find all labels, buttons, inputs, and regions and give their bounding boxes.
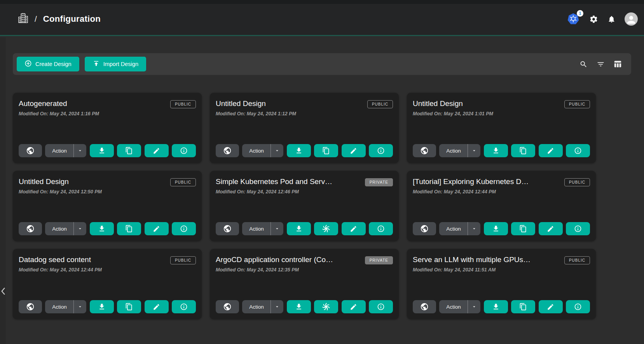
download-button[interactable]	[90, 144, 114, 157]
publish-globe-button[interactable]	[216, 222, 239, 235]
app-header: / Configuration 1	[0, 0, 644, 36]
clone-icon	[519, 147, 527, 155]
action-menu-button[interactable]: Action	[439, 144, 480, 157]
publish-globe-button[interactable]	[19, 222, 42, 235]
download-icon	[295, 225, 303, 233]
chevron-down-icon[interactable]	[468, 222, 480, 235]
edit-button[interactable]	[539, 144, 563, 157]
action-menu-button[interactable]: Action	[45, 300, 86, 313]
modified-date: Modified On: May 24, 2024 12:46 PM	[216, 189, 393, 195]
action-button-label[interactable]: Action	[45, 300, 73, 313]
sidebar-collapse-toggle[interactable]	[0, 286, 7, 296]
modified-date: Modified On: May 24, 2024 12:35 PM	[216, 267, 393, 273]
action-button-label[interactable]: Action	[439, 222, 468, 235]
publish-globe-button[interactable]	[216, 144, 239, 157]
action-menu-button[interactable]: Action	[439, 300, 480, 313]
download-icon	[295, 303, 303, 311]
card-action-row: Action	[19, 300, 196, 313]
user-avatar[interactable]	[625, 12, 638, 26]
header-actions: 1	[567, 0, 638, 35]
globe-icon	[26, 224, 35, 233]
edit-button[interactable]	[342, 222, 366, 235]
chevron-down-icon[interactable]	[73, 144, 86, 157]
filter-icon[interactable]	[596, 60, 605, 68]
download-button[interactable]	[287, 300, 311, 313]
action-menu-button[interactable]: Action	[45, 222, 86, 235]
action-menu-button[interactable]: Action	[242, 144, 283, 157]
chevron-down-icon[interactable]	[468, 300, 480, 313]
action-button-label[interactable]: Action	[45, 144, 73, 157]
download-button[interactable]	[287, 222, 311, 235]
edit-button[interactable]	[539, 222, 563, 235]
building-icon[interactable]	[18, 12, 28, 26]
publish-globe-button[interactable]	[216, 300, 239, 313]
gear-icon[interactable]	[589, 14, 598, 24]
info-icon	[377, 225, 385, 233]
import-design-button[interactable]: Import Design	[85, 57, 146, 71]
edit-button[interactable]	[342, 144, 366, 157]
action-menu-button[interactable]: Action	[45, 144, 86, 157]
search-icon[interactable]	[579, 60, 588, 68]
chevron-down-icon[interactable]	[271, 222, 283, 235]
publish-globe-button[interactable]	[19, 144, 42, 157]
clone-button[interactable]	[511, 144, 535, 157]
info-button[interactable]	[369, 222, 393, 235]
download-icon	[492, 225, 500, 233]
clone-button[interactable]	[511, 300, 535, 313]
info-button[interactable]	[369, 144, 393, 157]
action-button-label[interactable]: Action	[439, 144, 468, 157]
edit-button[interactable]	[145, 144, 169, 157]
action-menu-button[interactable]: Action	[242, 300, 283, 313]
info-button[interactable]	[566, 300, 590, 313]
deploy-pinwheel-button[interactable]	[314, 300, 338, 313]
clone-button[interactable]	[117, 144, 141, 157]
info-button[interactable]	[172, 222, 196, 235]
create-design-button[interactable]: Create Design	[17, 57, 79, 71]
clone-button[interactable]	[314, 144, 338, 157]
download-button[interactable]	[90, 222, 114, 235]
clone-button[interactable]	[511, 222, 535, 235]
download-button[interactable]	[484, 300, 508, 313]
download-button[interactable]	[287, 144, 311, 157]
chevron-down-icon[interactable]	[468, 144, 480, 157]
info-button[interactable]	[369, 300, 393, 313]
info-button[interactable]	[566, 144, 590, 157]
download-button[interactable]	[484, 144, 508, 157]
publish-globe-button[interactable]	[413, 222, 436, 235]
action-button-label[interactable]: Action	[439, 300, 468, 313]
edit-button[interactable]	[145, 300, 169, 313]
action-button-label[interactable]: Action	[45, 222, 73, 235]
kubernetes-context-button[interactable]: 1	[567, 13, 580, 25]
edit-button[interactable]	[342, 300, 366, 313]
info-button[interactable]	[172, 144, 196, 157]
bell-icon[interactable]	[607, 14, 616, 24]
action-menu-button[interactable]: Action	[439, 222, 480, 235]
chevron-down-icon[interactable]	[73, 300, 86, 313]
chevron-down-icon[interactable]	[73, 222, 86, 235]
deploy-pinwheel-button[interactable]	[314, 222, 338, 235]
action-menu-button[interactable]: Action	[242, 222, 283, 235]
info-button[interactable]	[566, 222, 590, 235]
info-button[interactable]	[172, 300, 196, 313]
download-button[interactable]	[90, 300, 114, 313]
publish-globe-button[interactable]	[413, 144, 436, 157]
download-button[interactable]	[484, 222, 508, 235]
pencil-icon	[153, 147, 160, 155]
card-action-row: Action	[216, 300, 393, 313]
action-button-label[interactable]: Action	[242, 144, 271, 157]
chevron-down-icon[interactable]	[271, 144, 283, 157]
publish-globe-button[interactable]	[413, 300, 436, 313]
action-button-label[interactable]: Action	[242, 222, 271, 235]
edit-button[interactable]	[145, 222, 169, 235]
table-view-icon[interactable]	[613, 60, 622, 68]
chevron-left-icon	[0, 287, 6, 295]
download-icon	[492, 147, 500, 155]
pencil-icon	[547, 225, 554, 233]
edit-button[interactable]	[539, 300, 563, 313]
action-button-label[interactable]: Action	[242, 300, 271, 313]
clone-button[interactable]	[117, 222, 141, 235]
chevron-down-icon[interactable]	[271, 300, 283, 313]
pencil-icon	[547, 147, 554, 155]
clone-button[interactable]	[117, 300, 141, 313]
publish-globe-button[interactable]	[19, 300, 42, 313]
